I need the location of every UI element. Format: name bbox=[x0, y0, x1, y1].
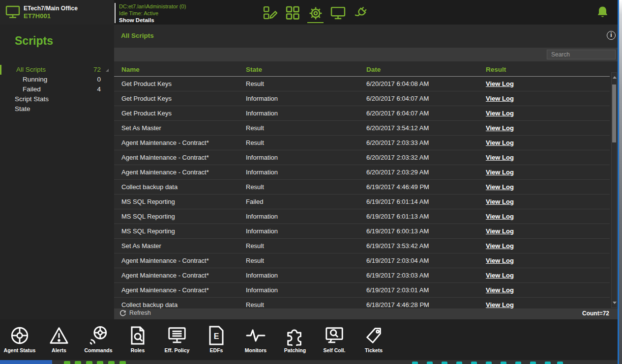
taskbar-icon-fragment[interactable] bbox=[515, 362, 521, 364]
table-row[interactable]: Agent Maintenance - Contract*Information… bbox=[114, 165, 610, 180]
column-header-state[interactable]: State bbox=[246, 63, 262, 77]
column-header-name[interactable]: Name bbox=[121, 63, 140, 77]
notifications-bell-icon[interactable] bbox=[595, 5, 610, 20]
toolbar-eff-policy-button[interactable]: Eff. Policy bbox=[157, 319, 197, 360]
taskbar-icon-fragment[interactable] bbox=[64, 361, 70, 364]
view-log-link[interactable]: View Log bbox=[486, 180, 514, 194]
monitors-icon bbox=[245, 324, 267, 347]
view-log-link[interactable]: View Log bbox=[486, 77, 514, 91]
table-row[interactable]: Collect backup dataResult6/19/2017 4:46:… bbox=[114, 180, 610, 195]
table-row[interactable]: Agent Maintenance - Contract*Information… bbox=[114, 268, 610, 283]
show-details-link[interactable]: Show Details bbox=[119, 17, 186, 24]
table-row[interactable]: Get Product KeysInformation6/20/2017 6:0… bbox=[114, 106, 610, 121]
view-log-link[interactable]: View Log bbox=[486, 298, 514, 308]
toolbar-self-coll-button[interactable]: Self Coll. bbox=[315, 319, 354, 360]
info-icon[interactable]: i bbox=[607, 31, 616, 40]
toolbar-monitors-button[interactable]: Monitors bbox=[236, 319, 275, 360]
sidebar-item-script-stats[interactable]: Script Stats bbox=[0, 94, 114, 104]
sidebar-item-all-scripts[interactable]: All Scripts 72 bbox=[0, 65, 114, 75]
settings-gear-icon[interactable] bbox=[307, 5, 324, 23]
view-log-link[interactable]: View Log bbox=[486, 150, 514, 165]
taskbar-icon-fragment[interactable] bbox=[557, 362, 563, 364]
taskbar-icon-fragment[interactable] bbox=[530, 362, 536, 364]
taskbar-icon-fragment[interactable] bbox=[427, 362, 433, 364]
table-row[interactable]: MS SQL ReportingInformation6/19/2017 6:0… bbox=[114, 224, 610, 239]
view-log-link[interactable]: View Log bbox=[486, 106, 514, 120]
cell-name: Collect backup data bbox=[121, 298, 178, 308]
modules-grid-icon[interactable] bbox=[285, 5, 301, 23]
table-header: Name State Date Result bbox=[114, 63, 610, 77]
scroll-up-arrow[interactable] bbox=[613, 76, 617, 79]
cell-state: Information bbox=[246, 106, 278, 120]
view-log-link[interactable]: View Log bbox=[486, 224, 514, 238]
table-row[interactable]: Set As MasterResult6/20/2017 3:54:12 AMV… bbox=[114, 121, 610, 136]
column-header-date[interactable]: Date bbox=[366, 63, 381, 77]
toolbar-agent-status-button[interactable]: Agent Status bbox=[0, 319, 39, 360]
taskbar-icon-fragment[interactable] bbox=[97, 361, 103, 364]
running-count: 0 bbox=[97, 75, 101, 84]
search-input[interactable] bbox=[547, 50, 616, 59]
taskbar-icon-fragment[interactable] bbox=[75, 361, 81, 364]
view-log-link[interactable]: View Log bbox=[486, 165, 514, 179]
view-log-link[interactable]: View Log bbox=[486, 239, 514, 253]
view-log-link[interactable]: View Log bbox=[486, 283, 514, 297]
view-log-link[interactable]: View Log bbox=[486, 91, 514, 106]
view-log-link[interactable]: View Log bbox=[486, 195, 514, 209]
toolbar-roles-button[interactable]: Roles bbox=[118, 319, 157, 360]
table-row[interactable]: Agent Maintenance - Contract*Information… bbox=[114, 150, 610, 165]
power-plug-icon[interactable] bbox=[353, 5, 369, 23]
customize-icon[interactable] bbox=[262, 5, 278, 23]
table-row[interactable]: Agent Maintenance - Contract*Result6/20/… bbox=[114, 136, 610, 150]
taskbar-icon-fragment[interactable] bbox=[501, 362, 506, 364]
taskbar-icon-fragment[interactable] bbox=[412, 362, 418, 364]
view-log-link[interactable]: View Log bbox=[486, 253, 514, 268]
remote-desktop-icon[interactable] bbox=[330, 5, 346, 23]
taskbar-icon-fragment[interactable] bbox=[486, 362, 492, 364]
cell-date: 6/19/2017 2:03:01 AM bbox=[366, 283, 429, 297]
taskbar-icon-fragment[interactable] bbox=[471, 362, 477, 364]
refresh-button[interactable]: Refresh bbox=[119, 309, 151, 316]
taskbar-icon-fragment[interactable] bbox=[442, 362, 447, 364]
cell-date: 6/19/2017 6:01:13 AM bbox=[366, 209, 429, 224]
cell-state: Information bbox=[246, 283, 278, 297]
taskbar-active-button[interactable] bbox=[0, 360, 52, 364]
view-log-link[interactable]: View Log bbox=[486, 209, 514, 224]
cell-state: Information bbox=[246, 268, 278, 282]
cell-date: 6/20/2017 6:04:08 AM bbox=[366, 77, 429, 91]
sidebar-item-running[interactable]: Running 0 bbox=[0, 75, 114, 84]
taskbar-icon-fragment[interactable] bbox=[86, 361, 92, 364]
toolbar-edfs-button[interactable]: E EDFs bbox=[197, 319, 236, 360]
view-log-link[interactable]: View Log bbox=[486, 268, 514, 282]
toolbar-commands-button[interactable]: Commands bbox=[79, 319, 118, 360]
svg-text:E: E bbox=[214, 332, 219, 340]
table-row[interactable]: Get Product KeysResult6/20/2017 6:04:08 … bbox=[114, 77, 610, 91]
vertical-scrollbar[interactable] bbox=[611, 72, 617, 308]
taskbar-icon-fragment[interactable] bbox=[119, 361, 126, 364]
table-row[interactable]: Agent Maintenance - Contract*Result6/19/… bbox=[114, 253, 610, 268]
cell-name: Set As Master bbox=[121, 121, 161, 135]
table-row[interactable]: MS SQL ReportingInformation6/19/2017 6:0… bbox=[114, 209, 610, 224]
table-row[interactable]: Collect backup dataResult6/18/2017 4:46:… bbox=[114, 298, 610, 308]
table-row[interactable]: Get Product KeysInformation6/20/2017 6:0… bbox=[114, 91, 610, 106]
taskbar-icon-fragment[interactable] bbox=[545, 362, 551, 364]
column-header-result[interactable]: Result bbox=[486, 63, 506, 77]
sidebar-item-failed[interactable]: Failed 4 bbox=[0, 84, 114, 94]
table-row[interactable]: MS SQL ReportingFailed6/19/2017 6:01:14 … bbox=[114, 195, 610, 209]
table-row[interactable]: Agent Maintenance - Contract*Information… bbox=[114, 283, 610, 298]
status-bar: Refresh Count=72 bbox=[114, 308, 622, 319]
scroll-down-arrow[interactable] bbox=[613, 302, 617, 304]
toolbar-patching-button[interactable]: Patching bbox=[275, 319, 315, 360]
roles-icon bbox=[128, 324, 148, 347]
view-log-link[interactable]: View Log bbox=[486, 136, 514, 150]
cell-name: Collect backup data bbox=[121, 180, 178, 194]
view-log-link[interactable]: View Log bbox=[486, 121, 514, 135]
scrollbar-thumb[interactable] bbox=[612, 84, 616, 142]
sidebar-item-state[interactable]: State bbox=[0, 104, 114, 114]
table-row[interactable]: Set As MasterResult6/19/2017 3:53:42 AMV… bbox=[114, 239, 610, 253]
collapse-triangle-icon[interactable] bbox=[106, 69, 109, 72]
toolbar-alerts-button[interactable]: Alerts bbox=[39, 319, 79, 360]
toolbar-tickets-button[interactable]: Tickets bbox=[354, 319, 393, 360]
taskbar-icon-fragment[interactable] bbox=[456, 362, 462, 364]
taskbar-icon-fragment[interactable] bbox=[108, 361, 115, 364]
cell-name: Agent Maintenance - Contract* bbox=[121, 283, 209, 297]
